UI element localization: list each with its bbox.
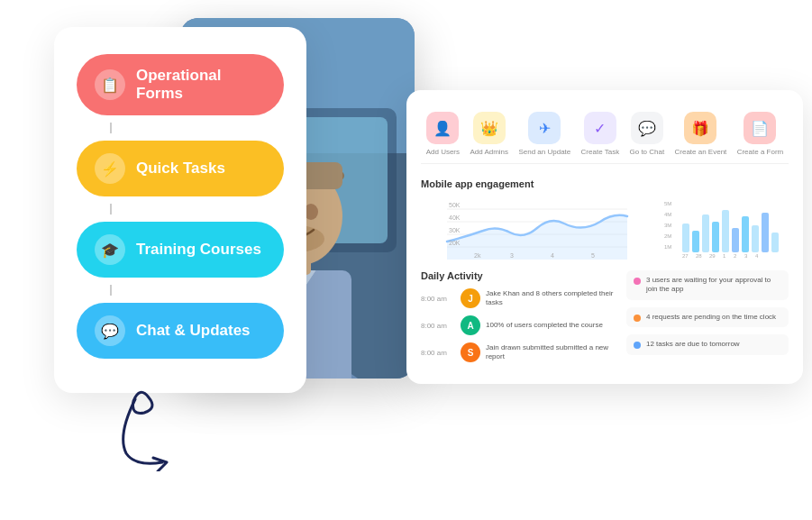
action-add-admins[interactable]: 👑 Add Admins: [470, 112, 508, 156]
notification-item: 12 tasks are due to tomorrow: [626, 334, 789, 354]
activity-time: 8:00 am: [421, 322, 455, 330]
menu-item-chat-updates[interactable]: 💬 Chat & Updates: [77, 303, 284, 359]
svg-text:20K: 20K: [449, 240, 461, 246]
activity-title: Daily Activity: [421, 270, 617, 281]
notification-text: 3 users are waiting for your approval to…: [646, 276, 781, 295]
create-event-icon: 🎁: [684, 112, 716, 144]
quick-tasks-label: Quick Tasks: [136, 160, 225, 178]
svg-text:4: 4: [755, 253, 759, 259]
operational-forms-icon: 📋: [95, 69, 125, 100]
create-form-icon: 📄: [744, 112, 776, 144]
activity-text: Jake Khan and 8 others completed their t…: [486, 289, 617, 308]
svg-text:40K: 40K: [449, 214, 461, 221]
activity-item: 8:00 am S Jain drawn submitted submitted…: [421, 342, 617, 362]
svg-text:5M: 5M: [664, 201, 671, 206]
notification-text: 4 requests are pending on the time clock: [646, 313, 776, 322]
svg-text:4M: 4M: [664, 212, 671, 217]
svg-text:29: 29: [709, 253, 716, 259]
svg-rect-37: [722, 210, 729, 252]
svg-text:5: 5: [591, 252, 595, 259]
notification-dot: [634, 342, 641, 349]
activity-avatar: A: [461, 315, 480, 335]
svg-text:1: 1: [723, 253, 726, 259]
chat-updates-label: Chat & Updates: [136, 322, 251, 340]
chart-title: Mobile app engagement: [421, 178, 789, 189]
create-task-label: Create Task: [581, 148, 620, 156]
activity-text: 100% of users completed the course: [486, 321, 603, 330]
notifications-panel: 3 users are waiting for your approval to…: [626, 270, 789, 369]
training-courses-icon: 🎓: [95, 234, 125, 265]
go-to-chat-label: Go to Chat: [629, 148, 664, 156]
quick-actions-bar: 👤 Add Users 👑 Add Admins ✈ Send an Updat…: [421, 105, 789, 164]
menu-item-operational-forms[interactable]: 📋 Operational Forms: [77, 54, 284, 115]
svg-text:3: 3: [744, 253, 748, 259]
activity-avatar: J: [461, 288, 480, 308]
daily-activity-section: Daily Activity 8:00 am J Jake Khan and 8…: [421, 270, 789, 369]
menu-item-training-courses[interactable]: 🎓 Training Courses: [77, 222, 284, 278]
svg-rect-40: [752, 225, 759, 252]
activity-time: 8:00 am: [421, 349, 455, 357]
quick-tasks-icon: ⚡: [95, 153, 125, 184]
main-container: 📋 Operational Forms ⚡ Quick Tasks 🎓 Trai…: [0, 0, 812, 520]
notification-dot: [634, 278, 641, 285]
add-admins-icon: 👑: [473, 112, 506, 144]
create-form-label: Create a Form: [737, 148, 784, 156]
menu-dashed-line: [110, 123, 112, 133]
svg-rect-42: [771, 233, 779, 252]
svg-text:28: 28: [696, 253, 702, 259]
action-create-task[interactable]: ✓ Create Task: [581, 112, 620, 156]
chat-updates-icon: 💬: [95, 315, 125, 346]
left-menu-panel: 📋 Operational Forms ⚡ Quick Tasks 🎓 Trai…: [54, 27, 306, 393]
activity-time: 8:00 am: [421, 295, 455, 303]
svg-text:27: 27: [682, 253, 689, 259]
activity-list: Daily Activity 8:00 am J Jake Khan and 8…: [421, 270, 617, 369]
line-chart: 50K 40K 30K 20K 2k 3 4 5: [421, 196, 653, 260]
svg-text:3: 3: [510, 252, 514, 259]
notification-text: 12 tasks are due to tomorrow: [646, 340, 740, 349]
svg-text:4: 4: [551, 252, 554, 259]
training-courses-label: Training Courses: [136, 241, 261, 259]
action-go-to-chat[interactable]: 💬 Go to Chat: [629, 112, 664, 156]
activity-item: 8:00 am J Jake Khan and 8 others complet…: [421, 288, 617, 308]
chart-section: Mobile app engagement: [421, 178, 789, 260]
action-create-event[interactable]: 🎁 Create an Event: [675, 112, 727, 156]
activity-avatar: S: [461, 342, 480, 362]
menu-dashed-line: [110, 285, 112, 296]
send-update-label: Send an Update: [518, 148, 570, 156]
notification-item: 4 requests are pending on the time clock: [626, 307, 789, 327]
create-task-icon: ✓: [584, 112, 616, 144]
menu-dashed-line: [110, 204, 112, 214]
add-admins-label: Add Admins: [470, 148, 508, 156]
svg-rect-39: [742, 216, 749, 252]
create-event-label: Create an Event: [675, 148, 727, 156]
svg-text:50K: 50K: [449, 202, 461, 208]
svg-text:1M: 1M: [664, 244, 671, 250]
arrow-decoration: [108, 381, 216, 475]
add-users-label: Add Users: [426, 148, 460, 156]
svg-text:2M: 2M: [664, 233, 671, 239]
action-send-update[interactable]: ✈ Send an Update: [518, 112, 570, 156]
dashboard-panel: 👤 Add Users 👑 Add Admins ✈ Send an Updat…: [406, 90, 803, 384]
add-users-icon: 👤: [426, 112, 459, 144]
send-update-icon: ✈: [528, 112, 561, 144]
action-add-users[interactable]: 👤 Add Users: [426, 112, 460, 156]
activity-text: Jain drawn submitted submitted a new rep…: [486, 343, 617, 362]
notification-dot: [634, 315, 641, 322]
notification-item: 3 users are waiting for your approval to…: [626, 270, 789, 300]
bar-chart: 5M 4M 3M 2M 1M: [662, 196, 789, 260]
svg-text:2: 2: [734, 253, 737, 259]
svg-rect-36: [712, 222, 719, 252]
operational-forms-label: Operational Forms: [136, 67, 266, 103]
svg-text:30K: 30K: [449, 227, 461, 233]
svg-rect-33: [682, 224, 689, 252]
activity-item: 8:00 am A 100% of users completed the co…: [421, 315, 617, 335]
svg-rect-35: [702, 214, 709, 252]
go-to-chat-icon: 💬: [631, 112, 663, 144]
svg-rect-34: [692, 231, 699, 252]
menu-item-quick-tasks[interactable]: ⚡ Quick Tasks: [77, 141, 284, 196]
svg-rect-38: [732, 228, 739, 252]
action-create-form[interactable]: 📄 Create a Form: [737, 112, 784, 156]
svg-text:3M: 3M: [664, 223, 671, 228]
svg-text:2k: 2k: [474, 252, 481, 259]
svg-rect-41: [762, 213, 769, 252]
